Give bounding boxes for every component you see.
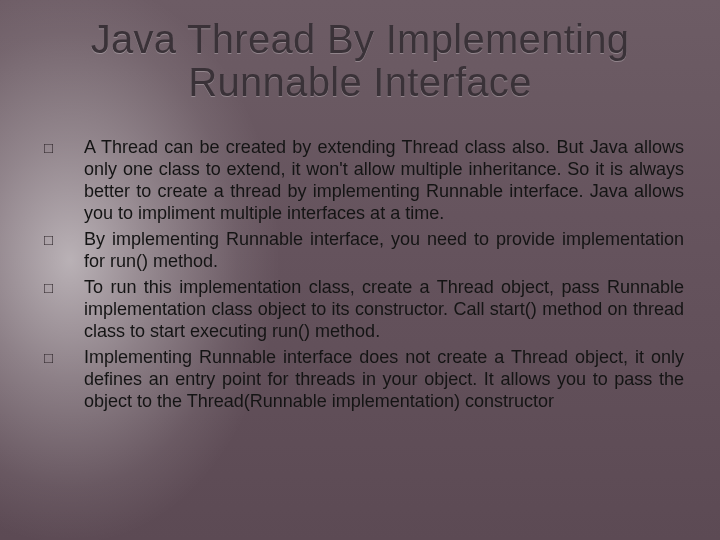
bullet-text: To run this implementation class, create…	[84, 276, 684, 342]
slide-body: □ A Thread can be created by extending T…	[42, 136, 684, 416]
slide: Java Thread By Implementing Runnable Int…	[0, 0, 720, 540]
list-item: □ Implementing Runnable interface does n…	[42, 346, 684, 412]
slide-title: Java Thread By Implementing Runnable Int…	[0, 18, 720, 104]
bullet-text: Implementing Runnable interface does not…	[84, 346, 684, 412]
title-line-1: Java Thread By Implementing	[91, 17, 630, 61]
list-item: □ By implementing Runnable interface, yo…	[42, 228, 684, 272]
title-line-2: Runnable Interface	[188, 60, 531, 104]
list-item: □ To run this implementation class, crea…	[42, 276, 684, 342]
bullet-icon: □	[42, 136, 84, 159]
bullet-icon: □	[42, 346, 84, 369]
bullet-text: A Thread can be created by extending Thr…	[84, 136, 684, 224]
bullet-icon: □	[42, 228, 84, 251]
list-item: □ A Thread can be created by extending T…	[42, 136, 684, 224]
bullet-text: By implementing Runnable interface, you …	[84, 228, 684, 272]
bullet-icon: □	[42, 276, 84, 299]
